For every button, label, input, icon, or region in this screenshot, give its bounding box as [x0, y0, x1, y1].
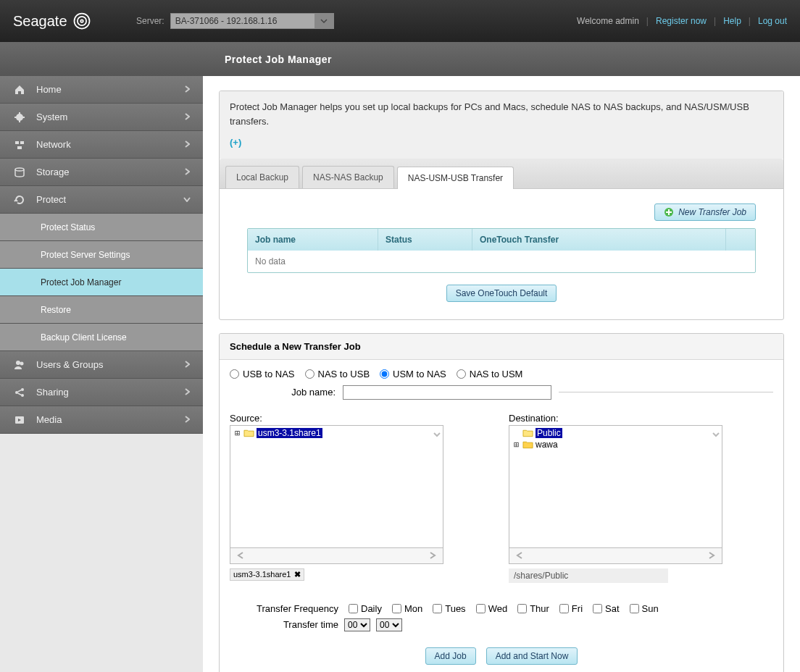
chip-close-icon[interactable]: ✖: [294, 570, 301, 579]
sidebar-item-label: Protect: [36, 194, 66, 205]
tab-local-backup[interactable]: Local Backup: [225, 166, 299, 188]
logout-link[interactable]: Log out: [758, 16, 787, 26]
svg-rect-5: [20, 141, 24, 144]
chevron-right-icon: [184, 112, 190, 122]
destination-tree[interactable]: Public⊞wawa: [509, 425, 722, 548]
welcome-text: Welcome admin: [577, 16, 639, 26]
storage-icon: [13, 166, 26, 179]
svg-point-2: [80, 20, 83, 22]
svg-point-11: [21, 388, 24, 391]
server-value-input[interactable]: [170, 13, 315, 29]
tab-nas-usm-usb-transfer[interactable]: NAS-USM-USB Transfer: [397, 167, 514, 189]
sidebar-item-media[interactable]: Media: [0, 406, 203, 434]
radio-nas-to-usb[interactable]: NAS to USB: [305, 369, 370, 379]
sidebar-item-protect-server-settings[interactable]: Protect Server Settings: [0, 241, 203, 269]
freq-day-daily[interactable]: Daily: [349, 603, 382, 614]
chevron-right-icon: [184, 84, 190, 95]
add-job-button[interactable]: Add Job: [425, 647, 476, 665]
radio-nas-to-usm[interactable]: NAS to USM: [457, 369, 523, 379]
new-transfer-job-button[interactable]: New Transfer Job: [654, 203, 756, 221]
home-icon: [13, 83, 26, 96]
source-selection-chip[interactable]: usm3-3.1share1 ✖: [230, 568, 304, 581]
transfer-jobs-table: Job name Status OneTouch Transfer No dat…: [247, 228, 756, 273]
help-link[interactable]: Help: [723, 16, 741, 26]
svg-point-7: [15, 168, 24, 171]
sidebar-item-label: Media: [36, 414, 62, 425]
svg-point-3: [16, 114, 23, 121]
schedule-title: Schedule a New Transfer Job: [220, 334, 783, 360]
tree-expand-icon[interactable]: [512, 428, 520, 438]
sidebar-item-sharing[interactable]: Sharing: [0, 379, 203, 406]
sidebar-item-protect-job-manager[interactable]: Protect Job Manager: [0, 269, 203, 296]
sidebar-item-restore[interactable]: Restore: [0, 296, 203, 324]
freq-day-tues[interactable]: Tues: [433, 603, 465, 614]
destination-label: Destination:: [509, 413, 722, 424]
col-job-name[interactable]: Job name: [248, 229, 378, 251]
transfer-time-minute[interactable]: 00: [376, 618, 402, 631]
svg-rect-4: [15, 141, 19, 144]
tree-item[interactable]: Public: [512, 427, 719, 439]
sidebar-item-backup-client-license[interactable]: Backup Client License: [0, 324, 203, 351]
destination-path: /shares/Public: [509, 568, 668, 583]
svg-point-1: [77, 17, 86, 25]
server-select[interactable]: [170, 13, 334, 29]
chevron-left-icon[interactable]: [236, 552, 246, 559]
freq-day-sun[interactable]: Sun: [630, 603, 659, 614]
sidebar-item-label: Users & Groups: [36, 359, 103, 370]
radio-usm-to-nas[interactable]: USM to NAS: [380, 369, 446, 379]
jobname-input[interactable]: [343, 385, 551, 400]
transfer-time-hour[interactable]: 00: [344, 618, 370, 631]
source-tree[interactable]: ⊞usm3-3.1share1: [230, 425, 443, 548]
sidebar-item-storage[interactable]: Storage: [0, 159, 203, 186]
sidebar-item-home[interactable]: Home: [0, 76, 203, 104]
sidebar-item-system[interactable]: System: [0, 104, 203, 131]
chevron-right-icon[interactable]: [706, 552, 716, 559]
transfer-time-label: Transfer time: [230, 619, 338, 630]
chevron-down-icon: [320, 19, 328, 23]
jobname-label: Job name:: [230, 387, 336, 398]
chevron-right-icon: [184, 387, 190, 398]
users-groups-icon: [13, 358, 26, 371]
tab-nas-nas-backup[interactable]: NAS-NAS Backup: [302, 166, 394, 188]
col-status[interactable]: Status: [378, 229, 472, 251]
sharing-icon: [13, 386, 26, 399]
radio-usb-to-nas[interactable]: USB to NAS: [230, 369, 295, 379]
freq-day-wed[interactable]: Wed: [476, 603, 508, 614]
page-title: Protect Job Manager: [203, 42, 332, 76]
svg-rect-6: [17, 146, 22, 149]
sidebar-item-label: System: [36, 112, 67, 122]
col-actions: [726, 229, 755, 251]
freq-day-thur[interactable]: Thur: [517, 603, 549, 614]
freq-day-mon[interactable]: Mon: [392, 603, 422, 614]
freq-day-fri[interactable]: Fri: [559, 603, 583, 614]
sidebar-item-label: Storage: [36, 167, 70, 177]
tree-item[interactable]: ⊞wawa: [512, 439, 719, 450]
chevron-right-icon[interactable]: [427, 552, 437, 559]
save-onetouch-default-button[interactable]: Save OneTouch Default: [446, 285, 557, 302]
register-link[interactable]: Register now: [656, 16, 707, 26]
destination-tree-scrollbar[interactable]: [509, 548, 722, 564]
source-tree-scrollbar[interactable]: [230, 548, 443, 564]
chevron-left-icon[interactable]: [515, 552, 525, 559]
tree-item[interactable]: ⊞usm3-3.1share1: [233, 427, 440, 439]
svg-point-12: [21, 394, 24, 397]
chevron-right-icon: [184, 414, 190, 425]
sidebar-item-network[interactable]: Network: [0, 131, 203, 159]
scroll-indicator-icon: [433, 430, 441, 441]
svg-point-8: [16, 361, 20, 365]
server-label: Server:: [136, 16, 164, 26]
sidebar-item-label: Network: [36, 139, 71, 150]
server-dropdown-button[interactable]: [315, 13, 334, 29]
system-icon: [13, 111, 26, 124]
intro-text: Protect Job Manager helps you set up loc…: [230, 100, 773, 128]
sidebar-item-protect-status[interactable]: Protect Status: [0, 214, 203, 241]
col-onetouch[interactable]: OneTouch Transfer: [472, 229, 726, 251]
add-and-start-now-button[interactable]: Add and Start Now: [486, 647, 578, 665]
sidebar-item-label: Home: [36, 84, 62, 95]
freq-day-sat[interactable]: Sat: [593, 603, 620, 614]
tree-expand-icon[interactable]: ⊞: [233, 428, 241, 438]
intro-expand[interactable]: (+): [230, 135, 241, 150]
tree-expand-icon[interactable]: ⊞: [512, 440, 520, 450]
sidebar-item-users-groups[interactable]: Users & Groups: [0, 351, 203, 379]
sidebar-item-protect[interactable]: Protect: [0, 186, 203, 214]
